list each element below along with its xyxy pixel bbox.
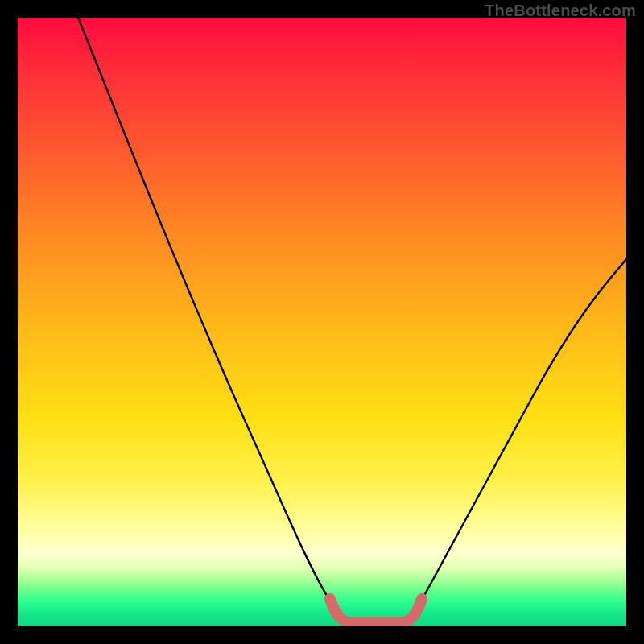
chart-svg	[18, 18, 626, 626]
bottleneck-curve	[78, 18, 626, 623]
chart-frame: TheBottleneck.com	[0, 0, 644, 644]
optimal-range-highlight	[330, 599, 422, 623]
watermark-text: TheBottleneck.com	[485, 2, 636, 20]
chart-plot-area	[18, 18, 626, 626]
